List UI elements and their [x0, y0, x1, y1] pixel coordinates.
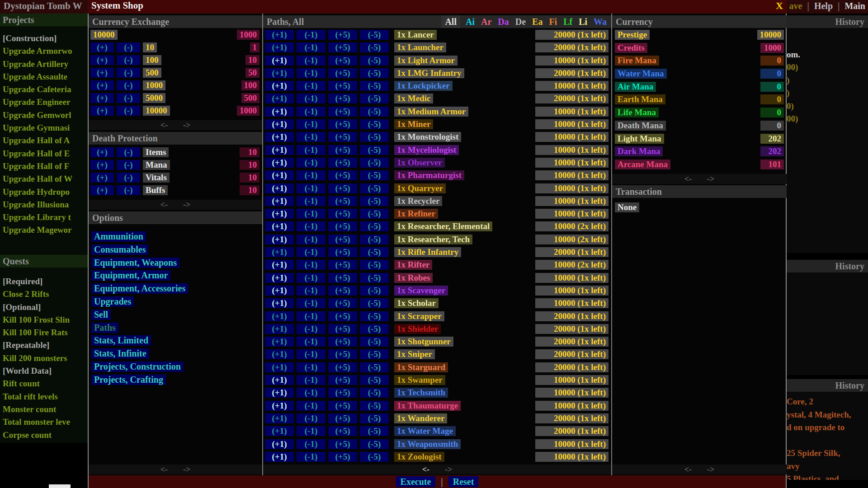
minus5-button[interactable]: (-5) [360, 452, 389, 462]
plus1-button[interactable]: (+1) [265, 413, 294, 423]
project-item[interactable]: Upgrade Hall of E [3, 149, 88, 159]
minus1-button[interactable]: (-1) [297, 170, 326, 180]
minus5-button[interactable]: (-5) [360, 170, 389, 180]
minus5-button[interactable]: (-5) [360, 337, 389, 347]
plus1-button[interactable]: (+1) [265, 298, 294, 308]
plus-button[interactable]: (+) [90, 147, 114, 157]
option-item[interactable]: Stats, Limited [91, 335, 151, 346]
minus1-button[interactable]: (-1) [297, 247, 326, 257]
quest-item[interactable]: Kill 200 monsters [3, 353, 88, 363]
prev-page-button[interactable]: <- [684, 465, 692, 474]
minus1-button[interactable]: (-1) [297, 401, 326, 411]
minus5-button[interactable]: (-5) [360, 42, 389, 52]
minus5-button[interactable]: (-5) [360, 94, 389, 103]
minus1-button[interactable]: (-1) [297, 375, 326, 385]
minus5-button[interactable]: (-5) [360, 349, 389, 359]
plus1-button[interactable]: (+1) [265, 426, 294, 436]
path-filter[interactable]: Ai [465, 15, 476, 28]
plus5-button[interactable]: (+5) [328, 68, 357, 78]
plus-button[interactable]: (+) [90, 173, 114, 183]
plus1-button[interactable]: (+1) [265, 337, 294, 347]
plus5-button[interactable]: (+5) [328, 388, 357, 398]
minus5-button[interactable]: (-5) [360, 183, 389, 193]
minus1-button[interactable]: (-1) [297, 119, 326, 129]
minus5-button[interactable]: (-5) [360, 311, 389, 321]
minus5-button[interactable]: (-5) [360, 324, 389, 334]
minus1-button[interactable]: (-1) [297, 56, 326, 66]
option-item[interactable]: Paths [91, 323, 118, 333]
quest-item[interactable]: Corpse count [3, 430, 88, 440]
plus5-button[interactable]: (+5) [328, 311, 357, 321]
quest-item[interactable]: [Optional] [3, 302, 88, 312]
project-item[interactable]: [Construction] [3, 33, 88, 43]
plus1-button[interactable]: (+1) [265, 94, 294, 103]
path-filter[interactable]: Lf [562, 15, 573, 28]
project-item[interactable]: Upgrade Assaulte [3, 72, 88, 82]
minus1-button[interactable]: (-1) [297, 42, 326, 52]
path-filter[interactable]: Li [578, 15, 588, 28]
minus5-button[interactable]: (-5) [360, 298, 389, 308]
menu-item-save-fragment[interactable]: ave [789, 1, 802, 11]
plus1-button[interactable]: (+1) [265, 311, 294, 321]
plus-button[interactable]: (+) [90, 93, 114, 103]
project-item[interactable]: Upgrade Engineer [3, 97, 88, 107]
minus5-button[interactable]: (-5) [360, 439, 389, 449]
minus5-button[interactable]: (-5) [360, 81, 389, 91]
project-item[interactable]: Upgrade Library t [3, 212, 88, 222]
plus5-button[interactable]: (+5) [328, 94, 357, 103]
plus5-button[interactable]: (+5) [328, 235, 357, 244]
minus5-button[interactable]: (-5) [360, 221, 389, 231]
path-filter[interactable]: Ar [480, 15, 492, 28]
next-page-button[interactable]: -> [183, 465, 190, 474]
plus5-button[interactable]: (+5) [328, 413, 357, 423]
plus1-button[interactable]: (+1) [265, 107, 294, 117]
minus1-button[interactable]: (-1) [297, 81, 326, 91]
minus1-button[interactable]: (-1) [297, 209, 326, 219]
minus5-button[interactable]: (-5) [360, 158, 389, 168]
next-page-button[interactable]: -> [707, 465, 714, 474]
minus5-button[interactable]: (-5) [360, 260, 389, 270]
minus1-button[interactable]: (-1) [297, 221, 326, 231]
plus5-button[interactable]: (+5) [328, 298, 357, 308]
option-item[interactable]: Equipment, Accessories [91, 283, 188, 294]
minus1-button[interactable]: (-1) [297, 196, 326, 206]
minus-button[interactable]: (-) [117, 55, 140, 65]
minus5-button[interactable]: (-5) [360, 68, 389, 78]
project-item[interactable]: Upgrade Hall of F [3, 161, 88, 171]
quest-item[interactable]: [Repeatable] [3, 340, 88, 350]
project-item[interactable]: Upgrade Hydropo [3, 187, 88, 197]
minus1-button[interactable]: (-1) [297, 235, 326, 244]
minus5-button[interactable]: (-5) [360, 388, 389, 398]
minus1-button[interactable]: (-1) [297, 132, 326, 142]
plus5-button[interactable]: (+5) [328, 286, 357, 296]
plus-button[interactable]: (+) [90, 68, 114, 78]
plus1-button[interactable]: (+1) [265, 388, 294, 398]
prev-page-button[interactable]: <- [160, 120, 168, 130]
minus5-button[interactable]: (-5) [360, 401, 389, 411]
plus5-button[interactable]: (+5) [328, 324, 357, 334]
minus5-button[interactable]: (-5) [360, 119, 389, 129]
plus1-button[interactable]: (+1) [265, 439, 294, 449]
plus5-button[interactable]: (+5) [328, 170, 357, 180]
plus5-button[interactable]: (+5) [328, 375, 357, 385]
minus-button[interactable]: (-) [117, 185, 140, 195]
minus5-button[interactable]: (-5) [360, 426, 389, 436]
plus1-button[interactable]: (+1) [265, 349, 294, 359]
project-item[interactable]: Upgrade Gymnasi [3, 123, 88, 133]
option-item[interactable]: Consumables [91, 244, 148, 255]
minus1-button[interactable]: (-1) [297, 298, 326, 308]
path-filter[interactable]: All [441, 15, 460, 28]
plus5-button[interactable]: (+5) [328, 132, 357, 142]
plus5-button[interactable]: (+5) [328, 337, 357, 347]
plus1-button[interactable]: (+1) [265, 362, 294, 372]
minus1-button[interactable]: (-1) [297, 107, 326, 117]
plus5-button[interactable]: (+5) [328, 145, 357, 155]
plus1-button[interactable]: (+1) [265, 273, 294, 283]
minus1-button[interactable]: (-1) [297, 452, 326, 462]
option-item[interactable]: Projects, Construction [91, 361, 184, 372]
minus1-button[interactable]: (-1) [297, 30, 326, 40]
execute-button[interactable]: Execute [396, 476, 436, 487]
plus1-button[interactable]: (+1) [265, 42, 294, 52]
menu-item-help[interactable]: Help [814, 1, 833, 11]
plus1-button[interactable]: (+1) [265, 68, 294, 78]
